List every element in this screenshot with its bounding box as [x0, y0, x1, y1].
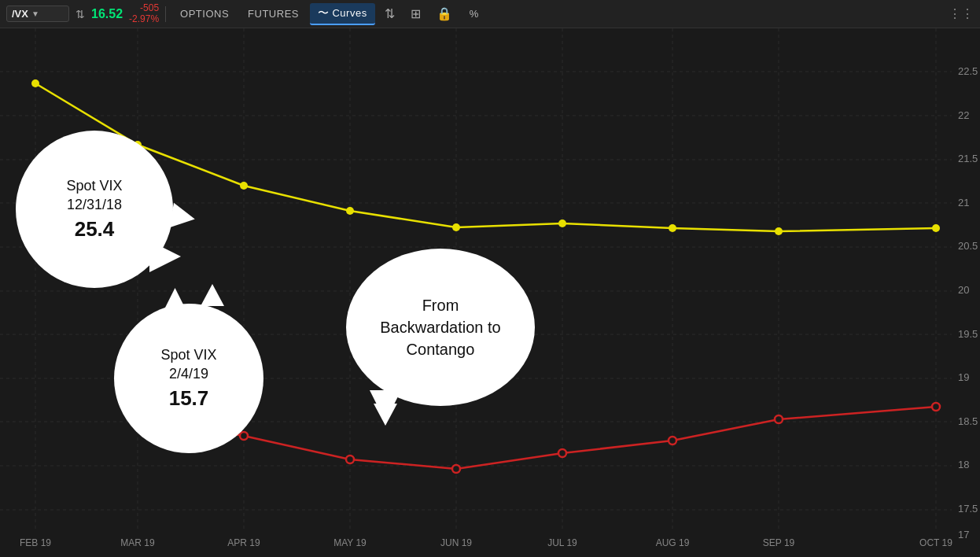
ticker-dropdown-icon[interactable]: ▼	[31, 9, 39, 18]
price-change: -505 -2.97%	[129, 3, 159, 24]
svg-text:JUN 19: JUN 19	[440, 537, 472, 548]
svg-point-26	[452, 223, 460, 231]
curves-line-icon: 〜	[318, 6, 330, 19]
futures-button[interactable]: FUTURES	[240, 5, 307, 23]
svg-text:AUG 19: AUG 19	[656, 537, 690, 548]
callout-spot-vix-feb: Spot VIX 2/4/19 15.7	[114, 304, 263, 453]
svg-text:MAY 19: MAY 19	[333, 537, 367, 548]
svg-point-29	[775, 227, 783, 235]
ticker-label: /VX	[12, 8, 28, 20]
callout3-text: FromBackwardation toContango	[372, 294, 508, 360]
settings-icon[interactable]: ⊞	[404, 3, 427, 24]
divider1	[165, 6, 166, 22]
callout1-title: Spot VIX	[66, 177, 122, 195]
svg-text:APR 19: APR 19	[227, 537, 260, 548]
chart-area: 22.5 22 21.5 21 20.5 20 19.5 19 18.5 18 …	[0, 28, 980, 557]
callout-spot-vix-dec: Spot VIX 12/31/18 25.4	[16, 131, 173, 288]
svg-point-22	[31, 79, 39, 87]
svg-point-37	[775, 415, 783, 423]
svg-text:MAR 19: MAR 19	[120, 537, 155, 548]
svg-point-30	[932, 224, 940, 232]
svg-text:OCT 19: OCT 19	[919, 537, 952, 548]
grid-icon: ⋮⋮	[949, 6, 974, 21]
svg-point-36	[669, 437, 676, 444]
svg-text:22.5: 22.5	[958, 65, 978, 77]
svg-text:18: 18	[958, 459, 969, 470]
change-pct: -2.97%	[129, 14, 159, 24]
svg-point-24	[240, 182, 248, 190]
callout2-value: 15.7	[169, 386, 209, 411]
svg-text:17: 17	[958, 529, 969, 540]
price-icon: ⇅	[76, 8, 85, 20]
svg-text:17.5: 17.5	[958, 503, 978, 515]
options-button[interactable]: OPTIONS	[172, 5, 237, 23]
svg-point-27	[558, 219, 566, 227]
svg-point-35	[558, 449, 566, 457]
callout2-date: 2/4/19	[169, 365, 208, 383]
curves-button[interactable]: 〜Curves	[310, 3, 375, 25]
change-abs: -505	[140, 3, 159, 13]
callout1-value: 25.4	[75, 217, 115, 242]
lock-icon[interactable]: 🔒	[430, 3, 459, 24]
svg-text:22: 22	[958, 109, 969, 121]
callout2-title: Spot VIX	[160, 346, 216, 364]
svg-text:JUL 19: JUL 19	[547, 537, 577, 548]
svg-point-28	[669, 224, 676, 232]
svg-text:20: 20	[958, 284, 969, 296]
up-down-arrow-icon[interactable]: ⇅	[378, 3, 401, 24]
price-value: 16.52	[91, 7, 123, 21]
svg-text:SEP 19: SEP 19	[763, 537, 795, 548]
svg-point-33	[346, 456, 354, 463]
percent-button[interactable]: %	[462, 5, 487, 23]
svg-text:FEB 19: FEB 19	[20, 537, 51, 548]
svg-text:20.5: 20.5	[958, 240, 978, 252]
svg-point-38	[932, 403, 940, 411]
svg-text:19: 19	[958, 371, 969, 383]
svg-point-25	[346, 207, 354, 215]
toolbar: /VX ▼ ⇅ 16.52 -505 -2.97% OPTIONS FUTURE…	[0, 0, 980, 28]
svg-text:19.5: 19.5	[958, 328, 978, 340]
callout1-date: 12/31/18	[67, 196, 122, 214]
callout-annotation: FromBackwardation toContango	[346, 249, 535, 406]
svg-text:18.5: 18.5	[958, 415, 978, 427]
ticker-box[interactable]: /VX ▼	[6, 6, 69, 22]
svg-text:21: 21	[958, 197, 969, 208]
svg-point-34	[452, 465, 460, 473]
svg-text:21.5: 21.5	[958, 153, 978, 164]
